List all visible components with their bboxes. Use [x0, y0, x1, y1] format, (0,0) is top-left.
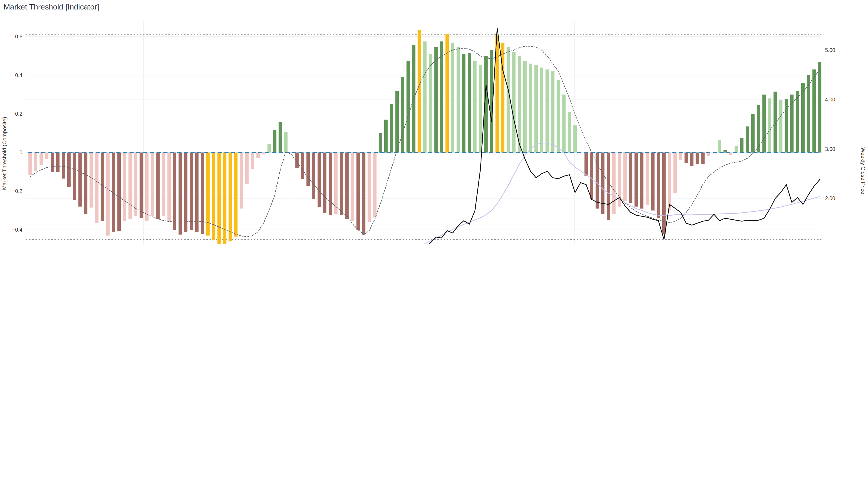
threshold-bar — [128, 153, 132, 219]
threshold-bar — [562, 95, 565, 153]
threshold-bar — [351, 153, 354, 221]
left-axis-tick-label: 0.6 — [15, 34, 22, 39]
threshold-bar — [657, 153, 660, 218]
threshold-bar — [457, 47, 460, 153]
threshold-bar — [423, 41, 427, 153]
threshold-bar — [279, 122, 282, 153]
left-axis-tick-label: −0.2 — [12, 188, 22, 194]
threshold-bar — [240, 153, 243, 208]
threshold-bar — [334, 153, 338, 214]
threshold-bar — [784, 99, 788, 153]
threshold-bar — [546, 69, 549, 153]
threshold-bar — [245, 153, 249, 184]
threshold-bar — [368, 153, 371, 222]
threshold-bar — [818, 62, 822, 153]
threshold-bar — [206, 153, 210, 236]
threshold-bar — [295, 153, 299, 168]
right-axis-tick-label: 3.00 — [825, 146, 835, 152]
threshold-bar — [534, 65, 538, 153]
threshold-bar — [45, 153, 49, 159]
threshold-bar — [256, 153, 260, 158]
threshold-bar — [529, 64, 532, 153]
threshold-bar — [473, 61, 477, 153]
threshold-bar — [301, 153, 304, 179]
threshold-bar — [763, 95, 766, 153]
threshold-bar — [73, 153, 76, 200]
threshold-bar — [362, 153, 366, 234]
threshold-bar — [612, 153, 616, 215]
threshold-bar — [140, 153, 143, 218]
threshold-bar — [84, 153, 88, 215]
threshold-bar — [156, 153, 160, 219]
threshold-bar — [718, 140, 721, 153]
threshold-bar — [318, 153, 321, 207]
threshold-bar — [506, 47, 510, 153]
threshold-bar — [345, 153, 349, 219]
threshold-bar — [696, 153, 699, 164]
threshold-bar — [601, 153, 604, 215]
threshold-bar — [329, 153, 332, 215]
threshold-bar — [356, 153, 360, 230]
threshold-bar — [479, 65, 482, 153]
threshold-bar — [801, 83, 805, 153]
threshold-bar — [29, 153, 32, 175]
threshold-bar — [101, 153, 104, 221]
threshold-bar — [401, 77, 404, 153]
threshold-bar — [395, 91, 399, 153]
threshold-bar — [451, 43, 454, 153]
right-axis-tick-label: 2.00 — [825, 195, 835, 201]
left-axis-title: Market Threshold (Composite) — [1, 117, 7, 190]
threshold-bar — [445, 34, 449, 153]
threshold-bar — [418, 30, 421, 153]
threshold-bar — [812, 69, 816, 153]
threshold-bar — [646, 153, 649, 205]
market-threshold-chart[interactable]: 0.60.40.20−0.2−0.4−0.65.004.003.002.001.… — [0, 0, 868, 244]
right-axis-title: Weekly Close Price — [860, 147, 866, 194]
threshold-bar — [640, 153, 644, 208]
right-axis-tick-label: 4.00 — [825, 97, 835, 103]
threshold-bar — [540, 68, 544, 153]
threshold-bar — [173, 153, 176, 230]
threshold-bar — [585, 153, 588, 176]
left-axis-tick-label: 0.4 — [15, 72, 22, 78]
threshold-bar — [623, 153, 627, 201]
threshold-bar — [106, 153, 110, 236]
threshold-bar — [34, 153, 37, 171]
threshold-bar — [390, 104, 393, 153]
left-axis-tick-label: −0.4 — [12, 227, 23, 233]
threshold-bar — [735, 146, 738, 153]
threshold-bar — [406, 61, 410, 153]
threshold-bar — [273, 130, 276, 153]
threshold-bar — [384, 120, 388, 153]
threshold-bar — [268, 144, 271, 153]
threshold-bar — [596, 153, 599, 208]
threshold-bar — [690, 153, 693, 166]
chart-page: Market Threshold [Indicator] 0.60.40.20−… — [0, 0, 868, 244]
threshold-bar — [123, 153, 126, 221]
threshold-bar — [373, 153, 377, 217]
threshold-bar — [95, 153, 98, 223]
threshold-bar — [779, 100, 782, 153]
threshold-bar — [251, 153, 254, 169]
threshold-bar — [634, 153, 638, 206]
threshold-bar — [145, 153, 149, 221]
threshold-bar — [67, 153, 71, 187]
threshold-bar — [573, 125, 577, 153]
threshold-bar — [774, 92, 777, 153]
threshold-bar — [651, 153, 655, 210]
threshold-bar — [434, 47, 438, 153]
threshold-bar — [62, 153, 65, 178]
threshold-bar — [701, 153, 705, 164]
threshold-bar — [768, 98, 771, 153]
threshold-bar — [590, 153, 593, 199]
threshold-bar — [234, 153, 238, 236]
threshold-bar — [557, 80, 560, 153]
threshold-bar — [568, 112, 571, 153]
threshold-bar — [379, 133, 382, 153]
threshold-bar — [307, 153, 310, 186]
threshold-bar — [751, 114, 755, 153]
left-axis-tick-label: 0 — [20, 150, 22, 156]
threshold-bar — [607, 153, 610, 220]
threshold-bar — [462, 54, 465, 153]
threshold-bar — [117, 153, 121, 231]
